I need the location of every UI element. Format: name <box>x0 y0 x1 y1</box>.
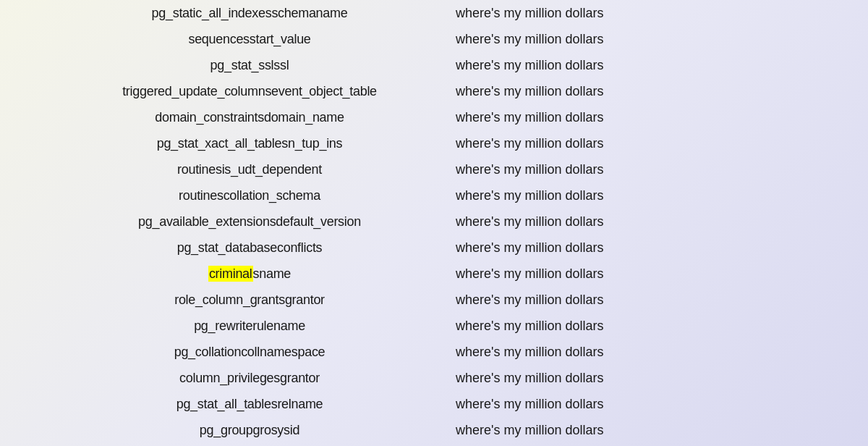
left-cell: role_column_grantsgrantor <box>87 293 412 308</box>
left-cell: pg_rewriterulename <box>87 319 412 334</box>
table-row: role_column_grantsgrantorwhere's my mill… <box>87 287 781 313</box>
left-cell: sequencesstart_value <box>87 32 412 47</box>
table-row: triggered_update_columnsevent_object_tab… <box>87 78 781 104</box>
left-cell: triggered_update_columnsevent_object_tab… <box>87 84 412 99</box>
table-row: pg_static_all_indexesschemanamewhere's m… <box>87 0 781 26</box>
right-cell: where's my million dollars <box>412 240 781 256</box>
right-cell: where's my million dollars <box>412 32 781 47</box>
highlighted-text: criminal <box>208 266 253 282</box>
right-cell: where's my million dollars <box>412 136 781 151</box>
table-row: domain_constraintsdomain_namewhere's my … <box>87 104 781 130</box>
right-cell: where's my million dollars <box>412 293 781 308</box>
right-cell: where's my million dollars <box>412 162 781 177</box>
right-cell: where's my million dollars <box>412 110 781 125</box>
right-cell: where's my million dollars <box>412 345 781 360</box>
left-cell: pg_collationcollnamespace <box>87 345 412 360</box>
table-row: pg_available_extensionsdefault_versionwh… <box>87 209 781 235</box>
right-cell: where's my million dollars <box>412 319 781 334</box>
right-cell: where's my million dollars <box>412 397 781 412</box>
right-cell: where's my million dollars <box>412 6 781 21</box>
table-row: pg_groupgrosysidwhere's my million dolla… <box>87 417 781 443</box>
left-cell: routinesis_udt_dependent <box>87 162 412 177</box>
table-container: pg_static_all_indexesschemanamewhere's m… <box>0 0 868 446</box>
left-cell: pg_static_all_indexesschemaname <box>87 6 412 21</box>
right-cell: where's my million dollars <box>412 371 781 386</box>
right-cell: where's my million dollars <box>412 188 781 203</box>
table-row: pg_stat_xact_all_tablesn_tup_inswhere's … <box>87 130 781 156</box>
left-cell: criminalsname <box>87 266 412 282</box>
table-row: pg_rewriterulenamewhere's my million dol… <box>87 313 781 339</box>
left-cell: domain_constraintsdomain_name <box>87 110 412 125</box>
table-row: pg_typetypbasetypewhere's my million dol… <box>87 443 781 446</box>
left-cell: pg_stat_all_tablesrelname <box>87 397 412 412</box>
left-cell: pg_stat_xact_all_tablesn_tup_ins <box>87 136 412 151</box>
left-cell: column_privilegesgrantor <box>87 371 412 386</box>
left-cell: routinescollation_schema <box>87 188 412 203</box>
table-row: criminalsnamewhere's my million dollars <box>87 261 781 287</box>
right-cell: where's my million dollars <box>412 84 781 99</box>
table-row: sequencesstart_valuewhere's my million d… <box>87 26 781 52</box>
left-cell: pg_stat_sslssl <box>87 58 412 73</box>
right-cell: where's my million dollars <box>412 58 781 73</box>
table-row: pg_collationcollnamespacewhere's my mill… <box>87 339 781 365</box>
left-cell: pg_stat_databaseconflicts <box>87 240 412 256</box>
table-row: pg_stat_databaseconflictswhere's my mill… <box>87 235 781 261</box>
table-row: routinesis_udt_dependentwhere's my milli… <box>87 156 781 182</box>
right-cell: where's my million dollars <box>412 423 781 438</box>
table-row: pg_stat_sslsslwhere's my million dollars <box>87 52 781 78</box>
right-cell: where's my million dollars <box>412 214 781 230</box>
right-cell: where's my million dollars <box>412 266 781 282</box>
table-row: column_privilegesgrantorwhere's my milli… <box>87 365 781 391</box>
table-row: pg_stat_all_tablesrelnamewhere's my mill… <box>87 391 781 417</box>
left-cell: pg_available_extensionsdefault_version <box>87 214 412 230</box>
table-row: routinescollation_schemawhere's my milli… <box>87 182 781 209</box>
left-cell: pg_groupgrosysid <box>87 423 412 438</box>
